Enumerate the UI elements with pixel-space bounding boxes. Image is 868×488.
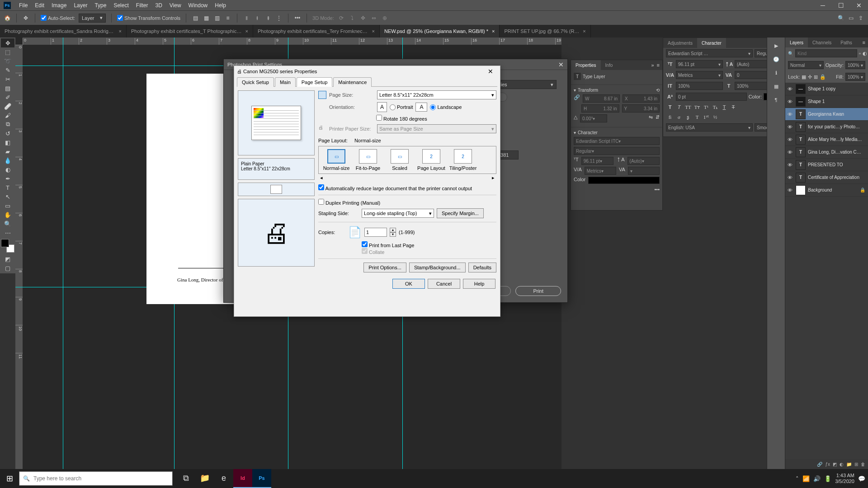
allcaps-button[interactable]: TT bbox=[684, 103, 692, 111]
fill-field[interactable]: 100%▾ bbox=[845, 73, 865, 81]
menu-view[interactable]: View bbox=[166, 2, 185, 9]
3d-slide-icon[interactable]: ⇔ bbox=[370, 14, 377, 22]
portrait-radio[interactable]: Portrait bbox=[390, 104, 413, 110]
layer-thumb[interactable]: T bbox=[796, 160, 806, 170]
notification-icon[interactable]: 💬 bbox=[858, 475, 865, 482]
panel-more-icon[interactable]: ••• bbox=[654, 187, 660, 192]
font-style-select[interactable]: Regular▾ bbox=[574, 147, 660, 155]
layer-row[interactable]: 👁TGina Long, Di…vation Center bbox=[785, 146, 868, 159]
app-close-button[interactable]: ✕ bbox=[850, 0, 868, 10]
copies-up[interactable]: ▲ bbox=[390, 228, 396, 232]
bold-button[interactable]: T bbox=[666, 103, 674, 111]
opacity-field[interactable]: 100%▾ bbox=[845, 61, 865, 69]
layer-row[interactable]: 👁TPRESENTED TO bbox=[785, 159, 868, 171]
link-icon[interactable]: 🔗 bbox=[574, 94, 580, 103]
char-font-size[interactable]: 96.11 pt▾ bbox=[676, 60, 723, 68]
close-icon[interactable]: × bbox=[583, 28, 585, 34]
layer-row[interactable]: 👁—Shape 1 bbox=[785, 95, 868, 108]
crop-tool[interactable]: ✂ bbox=[1, 75, 14, 84]
layer-row[interactable]: 👁Background🔒 bbox=[785, 184, 868, 197]
character-section[interactable]: Character bbox=[578, 130, 598, 135]
fractions-button[interactable]: ½ bbox=[711, 113, 719, 121]
tracking-field[interactable]: Metrics▾ bbox=[585, 167, 616, 175]
char-kerning[interactable]: Metrics▾ bbox=[676, 71, 723, 79]
close-icon[interactable]: ✕ bbox=[558, 61, 564, 68]
brush-tool[interactable]: 🖌 bbox=[1, 111, 14, 120]
tab-info[interactable]: Info bbox=[601, 60, 618, 70]
home-icon[interactable]: 🏠 bbox=[4, 14, 11, 22]
show-transform-checkbox[interactable]: Show Transform Controls bbox=[117, 15, 180, 21]
menu-type[interactable]: Type bbox=[91, 2, 110, 9]
panel-menu-icon[interactable]: ≡ bbox=[657, 62, 660, 68]
more-align-icon[interactable]: ⋮ bbox=[275, 14, 283, 22]
layout-scaled[interactable]: ▭Scaled bbox=[385, 149, 415, 171]
tab-adjustments[interactable]: Adjustments bbox=[663, 38, 697, 48]
canon-tab-main[interactable]: Main bbox=[275, 77, 296, 87]
quick-mask-tool[interactable]: ◩ bbox=[1, 254, 14, 263]
landscape-radio[interactable]: Landscape bbox=[430, 104, 462, 110]
layout-pagelayout[interactable]: 2Page Layout bbox=[416, 149, 446, 171]
quick-select-tool[interactable]: ✎ bbox=[1, 66, 14, 75]
visibility-icon[interactable]: 👁 bbox=[786, 175, 793, 180]
menu-filter[interactable]: Filter bbox=[132, 2, 152, 9]
marquee-tool[interactable]: ⬚ bbox=[1, 47, 14, 56]
italic-button[interactable]: T bbox=[675, 103, 683, 111]
panel-menu-icon[interactable]: ≡ bbox=[860, 40, 868, 45]
stylistic-button[interactable]: σ bbox=[675, 113, 683, 121]
tab-paths[interactable]: Paths bbox=[836, 38, 857, 47]
blur-tool[interactable]: 💧 bbox=[1, 156, 14, 165]
menu-image[interactable]: Image bbox=[48, 2, 70, 9]
transform-angle[interactable]: 0.00°▾ bbox=[580, 114, 607, 122]
taskbar-search[interactable]: 🔍 Type here to search bbox=[19, 471, 173, 486]
mask-icon[interactable]: ◩ bbox=[833, 462, 837, 467]
new-layer-icon[interactable]: ⊞ bbox=[854, 462, 858, 467]
visibility-icon[interactable]: 👁 bbox=[786, 150, 793, 155]
flip-v-icon[interactable]: ⇵ bbox=[656, 114, 660, 122]
layout-fit[interactable]: ▭Fit-to-Page bbox=[353, 149, 383, 171]
cancel-button[interactable]: Cancel bbox=[428, 279, 460, 289]
minimize-button[interactable]: ─ bbox=[814, 0, 832, 10]
dodge-tool[interactable]: ◐ bbox=[1, 165, 14, 174]
group-icon[interactable]: 📁 bbox=[846, 462, 852, 467]
menu-window[interactable]: Window bbox=[185, 2, 212, 9]
history-icon[interactable]: 🕘 bbox=[771, 54, 782, 65]
start-button[interactable]: ⊞ bbox=[0, 469, 19, 488]
lasso-tool[interactable]: ➰ bbox=[1, 56, 14, 66]
align-right-icon[interactable]: ▥ bbox=[213, 14, 221, 22]
menu-select[interactable]: Select bbox=[110, 2, 132, 9]
print-from-last-checkbox[interactable]: Print from Last Page bbox=[362, 243, 414, 248]
history-brush-tool[interactable]: ↺ bbox=[1, 129, 14, 138]
fx-icon[interactable]: ƒx bbox=[825, 462, 830, 467]
layer-row[interactable]: 👁TGeorgianna Kwan bbox=[785, 108, 868, 121]
font-size-field[interactable]: 96.11 pt▾ bbox=[581, 157, 613, 165]
chevron-down-icon[interactable]: ▾ bbox=[574, 130, 576, 135]
layer-row[interactable]: 👁—Shape 1 copy bbox=[785, 83, 868, 95]
stapling-select[interactable]: Long-side stapling (Top)▾ bbox=[362, 209, 434, 218]
file-explorer-icon[interactable]: 📁 bbox=[195, 469, 214, 488]
visibility-icon[interactable]: 👁 bbox=[786, 124, 793, 130]
auto-reduce-checkbox[interactable]: Automatically reduce large document that… bbox=[318, 186, 472, 191]
workspace-icon[interactable]: ▭ bbox=[847, 14, 854, 22]
photoshop-icon[interactable]: Ps bbox=[252, 469, 271, 488]
close-icon[interactable]: × bbox=[372, 28, 375, 34]
font-family-select[interactable]: Edwardian Script ITC▾ bbox=[574, 137, 660, 145]
layer-thumb[interactable]: T bbox=[796, 147, 806, 157]
copies-down[interactable]: ▼ bbox=[390, 232, 396, 237]
collate-checkbox[interactable]: Collate bbox=[362, 249, 384, 255]
tab-properties[interactable]: Properties bbox=[571, 60, 601, 70]
layer-thumb[interactable]: T bbox=[796, 135, 806, 145]
type-tool[interactable]: T bbox=[1, 183, 14, 192]
chevron-up-icon[interactable]: ˄ bbox=[796, 475, 799, 482]
ok-button[interactable]: OK bbox=[392, 279, 425, 289]
transform-y[interactable]: Y 3.34 in bbox=[622, 104, 660, 113]
ruler-vertical[interactable]: 01234567891011 bbox=[15, 45, 23, 469]
stamp-button[interactable]: Stamp/Background... bbox=[409, 263, 466, 272]
healing-tool[interactable]: 🩹 bbox=[1, 102, 14, 111]
fg-bg-swatches[interactable] bbox=[1, 239, 14, 253]
help-button[interactable]: Help bbox=[463, 279, 495, 289]
leading-field[interactable]: (Auto)▾ bbox=[627, 157, 660, 165]
layer-filter-input[interactable] bbox=[795, 49, 857, 57]
menu-help[interactable]: Help bbox=[211, 2, 230, 9]
align-center-h-icon[interactable]: ▦ bbox=[203, 14, 210, 22]
visibility-icon[interactable]: 👁 bbox=[786, 86, 793, 92]
